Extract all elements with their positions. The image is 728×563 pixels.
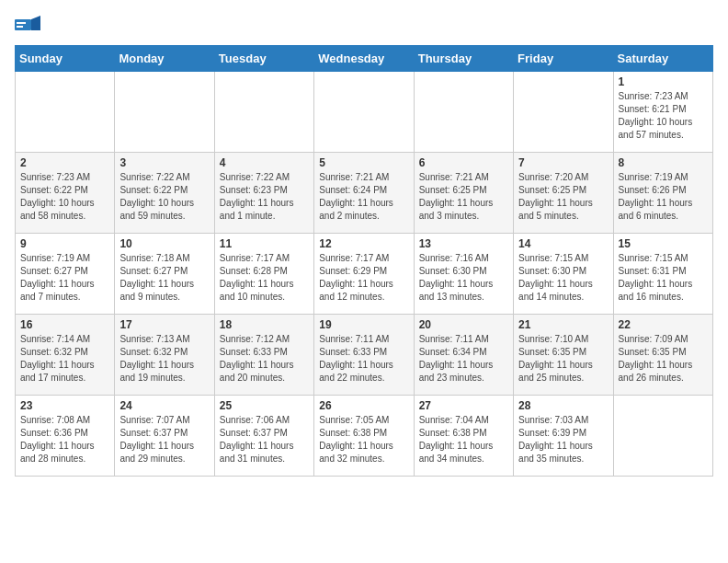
day-info: Sunrise: 7:05 AM Sunset: 6:38 PM Dayligh… (319, 414, 408, 465)
weekday-header-thursday: Thursday (414, 46, 513, 72)
day-number: 15 (619, 237, 708, 250)
weekday-header-wednesday: Wednesday (314, 46, 414, 72)
day-info: Sunrise: 7:17 AM Sunset: 6:28 PM Dayligh… (220, 252, 309, 304)
day-cell (414, 72, 513, 153)
day-info: Sunrise: 7:23 AM Sunset: 6:21 PM Dayligh… (619, 90, 708, 142)
day-number: 3 (119, 156, 209, 169)
svg-rect-2 (17, 22, 26, 24)
day-number: 20 (419, 318, 508, 331)
day-number: 11 (220, 237, 309, 250)
day-cell: 9Sunrise: 7:19 AM Sunset: 6:27 PM Daylig… (16, 234, 115, 315)
day-cell (115, 72, 214, 153)
day-info: Sunrise: 7:04 AM Sunset: 6:38 PM Dayligh… (419, 414, 508, 465)
day-info: Sunrise: 7:07 AM Sunset: 6:37 PM Dayligh… (119, 414, 209, 465)
day-info: Sunrise: 7:15 AM Sunset: 6:30 PM Dayligh… (518, 252, 608, 304)
day-info: Sunrise: 7:12 AM Sunset: 6:33 PM Dayligh… (220, 333, 309, 385)
weekday-header-tuesday: Tuesday (214, 46, 313, 72)
day-number: 7 (518, 156, 608, 169)
day-number: 4 (220, 156, 309, 169)
day-number: 26 (319, 399, 408, 412)
day-number: 12 (319, 237, 408, 250)
day-number: 6 (419, 156, 508, 169)
day-info: Sunrise: 7:08 AM Sunset: 6:36 PM Dayligh… (20, 414, 109, 465)
day-number: 14 (518, 237, 608, 250)
day-number: 22 (619, 318, 708, 331)
header (15, 15, 713, 34)
day-info: Sunrise: 7:11 AM Sunset: 6:33 PM Dayligh… (319, 333, 408, 385)
day-number: 23 (20, 399, 109, 412)
week-row-1: 1Sunrise: 7:23 AM Sunset: 6:21 PM Daylig… (16, 72, 713, 153)
day-info: Sunrise: 7:14 AM Sunset: 6:32 PM Dayligh… (20, 333, 109, 385)
day-cell (613, 396, 712, 477)
weekday-header-monday: Monday (115, 46, 214, 72)
logo-icon (15, 16, 40, 34)
day-info: Sunrise: 7:13 AM Sunset: 6:32 PM Dayligh… (119, 333, 209, 385)
day-cell: 7Sunrise: 7:20 AM Sunset: 6:25 PM Daylig… (514, 153, 613, 234)
day-cell: 5Sunrise: 7:21 AM Sunset: 6:24 PM Daylig… (314, 153, 414, 234)
day-number: 21 (518, 318, 608, 331)
day-info: Sunrise: 7:23 AM Sunset: 6:22 PM Dayligh… (20, 171, 109, 223)
day-number: 18 (220, 318, 309, 331)
day-cell: 17Sunrise: 7:13 AM Sunset: 6:32 PM Dayli… (115, 315, 214, 396)
day-info: Sunrise: 7:17 AM Sunset: 6:29 PM Dayligh… (319, 252, 408, 304)
day-cell (214, 72, 313, 153)
day-cell: 13Sunrise: 7:16 AM Sunset: 6:30 PM Dayli… (414, 234, 513, 315)
day-cell: 25Sunrise: 7:06 AM Sunset: 6:37 PM Dayli… (214, 396, 313, 477)
day-cell: 10Sunrise: 7:18 AM Sunset: 6:27 PM Dayli… (115, 234, 214, 315)
day-cell: 26Sunrise: 7:05 AM Sunset: 6:38 PM Dayli… (314, 396, 414, 477)
day-info: Sunrise: 7:22 AM Sunset: 6:23 PM Dayligh… (220, 171, 309, 223)
day-number: 8 (619, 156, 708, 169)
day-cell: 1Sunrise: 7:23 AM Sunset: 6:21 PM Daylig… (613, 72, 712, 153)
day-cell: 20Sunrise: 7:11 AM Sunset: 6:34 PM Dayli… (414, 315, 513, 396)
day-number: 27 (419, 399, 508, 412)
day-info: Sunrise: 7:19 AM Sunset: 6:27 PM Dayligh… (20, 252, 109, 304)
day-cell: 3Sunrise: 7:22 AM Sunset: 6:22 PM Daylig… (115, 153, 214, 234)
day-info: Sunrise: 7:22 AM Sunset: 6:22 PM Dayligh… (119, 171, 209, 223)
day-number: 16 (20, 318, 109, 331)
day-cell: 15Sunrise: 7:15 AM Sunset: 6:31 PM Dayli… (613, 234, 712, 315)
weekday-header-friday: Friday (514, 46, 613, 72)
day-number: 25 (220, 399, 309, 412)
day-number: 9 (20, 237, 109, 250)
day-cell: 23Sunrise: 7:08 AM Sunset: 6:36 PM Dayli… (16, 396, 115, 477)
weekday-header-row: SundayMondayTuesdayWednesdayThursdayFrid… (16, 46, 713, 72)
day-cell: 4Sunrise: 7:22 AM Sunset: 6:23 PM Daylig… (214, 153, 313, 234)
week-row-5: 23Sunrise: 7:08 AM Sunset: 6:36 PM Dayli… (16, 396, 713, 477)
day-cell: 16Sunrise: 7:14 AM Sunset: 6:32 PM Dayli… (16, 315, 115, 396)
day-number: 5 (319, 156, 408, 169)
day-cell: 28Sunrise: 7:03 AM Sunset: 6:39 PM Dayli… (514, 396, 613, 477)
svg-rect-3 (17, 26, 23, 28)
day-number: 1 (619, 75, 708, 88)
day-number: 28 (518, 399, 608, 412)
day-cell (16, 72, 115, 153)
day-number: 10 (119, 237, 209, 250)
day-cell: 6Sunrise: 7:21 AM Sunset: 6:25 PM Daylig… (414, 153, 513, 234)
day-cell: 18Sunrise: 7:12 AM Sunset: 6:33 PM Dayli… (214, 315, 313, 396)
day-info: Sunrise: 7:06 AM Sunset: 6:37 PM Dayligh… (220, 414, 309, 465)
day-number: 17 (119, 318, 209, 331)
calendar: SundayMondayTuesdayWednesdayThursdayFrid… (15, 45, 713, 477)
day-info: Sunrise: 7:10 AM Sunset: 6:35 PM Dayligh… (518, 333, 608, 385)
weekday-header-sunday: Sunday (16, 46, 115, 72)
week-row-2: 2Sunrise: 7:23 AM Sunset: 6:22 PM Daylig… (16, 153, 713, 234)
weekday-header-saturday: Saturday (613, 46, 712, 72)
day-cell: 11Sunrise: 7:17 AM Sunset: 6:28 PM Dayli… (214, 234, 313, 315)
day-info: Sunrise: 7:20 AM Sunset: 6:25 PM Dayligh… (518, 171, 608, 223)
day-info: Sunrise: 7:11 AM Sunset: 6:34 PM Dayligh… (419, 333, 508, 385)
day-info: Sunrise: 7:21 AM Sunset: 6:24 PM Dayligh… (319, 171, 408, 223)
day-info: Sunrise: 7:21 AM Sunset: 6:25 PM Dayligh… (419, 171, 508, 223)
day-cell: 8Sunrise: 7:19 AM Sunset: 6:26 PM Daylig… (613, 153, 712, 234)
day-info: Sunrise: 7:16 AM Sunset: 6:30 PM Dayligh… (419, 252, 508, 304)
day-cell: 19Sunrise: 7:11 AM Sunset: 6:33 PM Dayli… (314, 315, 414, 396)
day-info: Sunrise: 7:03 AM Sunset: 6:39 PM Dayligh… (518, 414, 608, 465)
day-info: Sunrise: 7:19 AM Sunset: 6:26 PM Dayligh… (619, 171, 708, 223)
day-number: 2 (20, 156, 109, 169)
day-info: Sunrise: 7:15 AM Sunset: 6:31 PM Dayligh… (619, 252, 708, 304)
day-number: 19 (319, 318, 408, 331)
week-row-4: 16Sunrise: 7:14 AM Sunset: 6:32 PM Dayli… (16, 315, 713, 396)
svg-marker-1 (31, 16, 40, 30)
logo (15, 15, 44, 34)
day-cell: 24Sunrise: 7:07 AM Sunset: 6:37 PM Dayli… (115, 396, 214, 477)
day-cell (514, 72, 613, 153)
day-cell: 12Sunrise: 7:17 AM Sunset: 6:29 PM Dayli… (314, 234, 414, 315)
